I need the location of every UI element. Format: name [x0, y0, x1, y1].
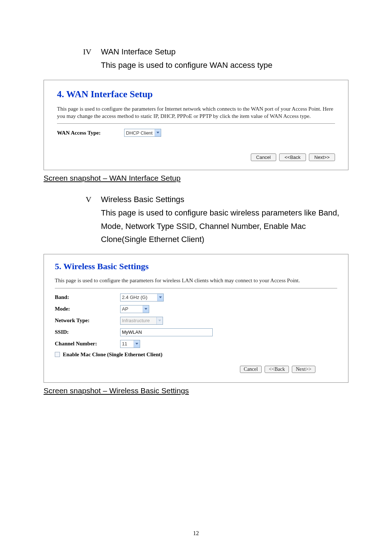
mode-select[interactable]: AP	[120, 305, 149, 313]
mac-clone-row: Enable Mac Clone (Single Ethernet Client…	[55, 352, 337, 358]
section-iv-title: WAN Interface Setup	[101, 47, 176, 57]
wireless-caption: Screen snapshot – Wireless Basic Setting…	[44, 386, 348, 395]
section-v-title: Wireless Basic Settings	[101, 195, 184, 204]
wan-panel: 4. WAN Interface Setup This page is used…	[44, 80, 348, 170]
nettype-label: Network Type:	[55, 317, 120, 324]
divider	[57, 123, 335, 124]
mode-label: Mode:	[55, 306, 120, 312]
wan-button-row: Cancel <<Back Next>>	[57, 153, 335, 161]
mac-clone-label: Enable Mac Clone (Single Ethernet Client…	[63, 352, 163, 358]
wan-access-row: WAN Access Type: DHCP Client	[57, 129, 335, 137]
channel-value: 11	[121, 341, 129, 346]
mac-clone-checkbox[interactable]	[55, 352, 60, 357]
nettype-value: Infrastructure	[121, 318, 152, 323]
wireless-panel: 5. Wireless Basic Settings This page is …	[44, 254, 348, 383]
wireless-panel-intro: This page is used to configure the param…	[55, 277, 337, 284]
next-button[interactable]: Next>>	[292, 366, 315, 373]
roman-iv: IV	[70, 47, 91, 57]
ssid-row: SSID:	[55, 328, 337, 336]
wireless-panel-title: 5. Wireless Basic Settings	[55, 262, 337, 271]
wan-caption: Screen snapshot – WAN Interface Setup	[44, 174, 348, 182]
channel-label: Channel Number:	[55, 341, 120, 347]
wan-access-label: WAN Access Type:	[57, 130, 124, 136]
section-v-heading: V Wireless Basic Settings	[70, 195, 348, 204]
wan-access-value: DHCP Client	[124, 130, 155, 136]
ssid-input[interactable]	[120, 328, 213, 336]
chevron-down-icon	[143, 305, 149, 313]
chevron-down-icon	[134, 340, 140, 348]
section-iv-heading: IV WAN Interface Setup	[70, 47, 348, 57]
band-row: Band: 2.4 GHz (G)	[55, 294, 337, 301]
chevron-down-icon	[156, 317, 163, 324]
channel-row: Channel Number: 11	[55, 340, 337, 348]
band-label: Band:	[55, 294, 120, 300]
section-iv-desc: This page is used to configure WAN acces…	[101, 59, 348, 72]
channel-select[interactable]: 11	[120, 340, 140, 348]
ssid-label: SSID:	[55, 329, 120, 335]
band-value: 2.4 GHz (G)	[121, 295, 150, 300]
nettype-select: Infrastructure	[120, 317, 163, 325]
wan-panel-title: 4. WAN Interface Setup	[57, 89, 335, 100]
wan-panel-intro: This page is used to configure the param…	[57, 106, 335, 120]
chevron-down-icon	[155, 129, 161, 136]
chevron-down-icon	[157, 294, 163, 301]
mode-value: AP	[121, 306, 130, 312]
section-v-desc: This page is used to configure basic wir…	[101, 206, 348, 246]
roman-v: V	[70, 195, 91, 204]
mode-row: Mode: AP	[55, 305, 337, 313]
band-select[interactable]: 2.4 GHz (G)	[120, 294, 164, 301]
wan-access-select[interactable]: DHCP Client	[124, 129, 161, 137]
back-button[interactable]: <<Back	[279, 153, 306, 161]
cancel-button[interactable]: Cancel	[251, 153, 276, 161]
nettype-row: Network Type: Infrastructure	[55, 317, 337, 325]
cancel-button[interactable]: Cancel	[240, 366, 262, 373]
wireless-button-row: Cancel <<Back Next>>	[55, 366, 315, 373]
back-button[interactable]: <<Back	[265, 366, 289, 373]
divider	[55, 288, 337, 288]
page-number: 12	[0, 530, 392, 537]
next-button[interactable]: Next>>	[309, 153, 335, 161]
